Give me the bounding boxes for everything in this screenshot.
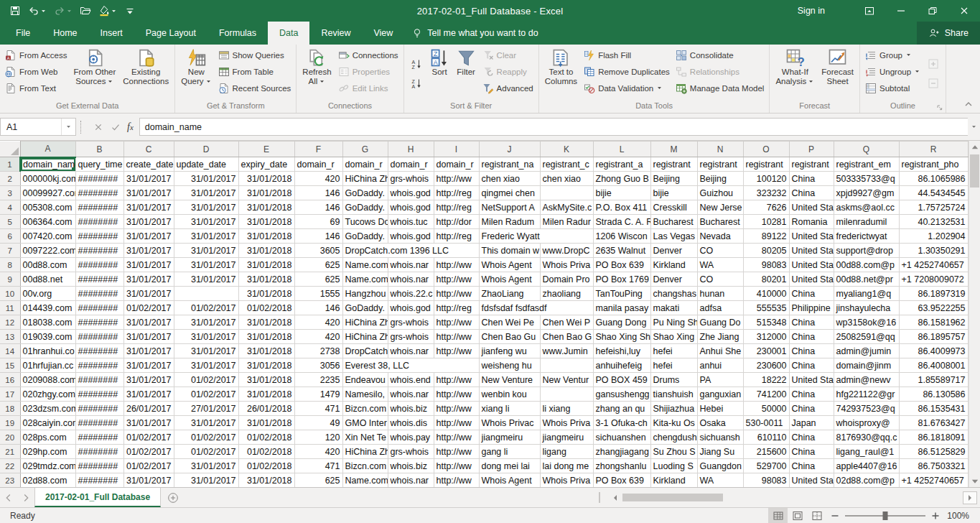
cell-G21[interactable]: HiChina Zh [342,445,388,459]
cell-B7[interactable]: ######## [75,244,123,258]
cell-H2[interactable]: grs-whois [388,172,434,186]
cell-D14[interactable]: 31/01/2017 [174,344,238,358]
cell-N9[interactable]: CO [697,272,743,287]
cell-F14[interactable]: 2738 [294,344,342,358]
cell-A17[interactable]: 020zhgy.com [20,387,75,402]
cell-J12[interactable]: Chen Wei Pe [479,315,540,330]
ribbon-tab-home[interactable]: Home [42,22,88,45]
cell-J6[interactable]: Frederic Wyatt [479,229,593,244]
cell-J9[interactable]: Whois Agent [479,272,540,287]
cell-K14[interactable]: www.Jumin [540,344,593,358]
ribbon-tab-insert[interactable]: Insert [89,22,134,45]
cell-M18[interactable]: Shijiazhua [650,402,697,416]
cell-R19[interactable]: 81.6763427 [899,416,968,430]
cell-C19[interactable]: 31/01/2017 [123,416,174,430]
cell-B2[interactable]: ######## [75,172,123,186]
cell-N15[interactable]: anhui [697,358,743,373]
cell-B18[interactable]: ######## [75,402,123,416]
cell-R17[interactable]: 86.130586 [899,387,968,402]
ungroup-button[interactable]: Ungroup [862,63,923,80]
cell-M1[interactable]: registrant [650,157,697,172]
cell-E13[interactable]: 31/01/2018 [238,330,294,344]
cell-C21[interactable]: 01/02/2017 [123,445,174,459]
cell-J5[interactable]: Milen Radum [479,215,540,229]
cell-M16[interactable]: Drums [650,373,697,387]
cell-I8[interactable]: http://ww [434,258,479,272]
cell-B23[interactable]: ######## [75,473,123,488]
cell-E15[interactable]: 31/01/2018 [238,358,294,373]
cell-D4[interactable]: 31/01/2017 [174,200,238,215]
cell-B17[interactable]: ######## [75,387,123,402]
cell-A15[interactable]: 01hrfujian.cc [20,358,75,373]
row-header-7[interactable]: 7 [0,244,20,258]
cell-G23[interactable]: Name.com [342,473,388,488]
cell-J20[interactable]: jiangmeiru [479,430,540,445]
cell-E21[interactable]: 01/02/2018 [238,445,294,459]
cell-R22[interactable]: 86.7503321 [899,459,968,473]
cell-I11[interactable]: http://reg [434,301,479,315]
row-header-1[interactable]: 1 [0,157,20,172]
cell-B8[interactable]: ######## [75,258,123,272]
cell-R12[interactable]: 86.1581962 [899,315,968,330]
cell-K10[interactable]: zhaoliang [540,287,593,301]
cell-R7[interactable]: 1.30350291 [899,244,968,258]
cell-I12[interactable]: http://ww [434,315,479,330]
cell-N4[interactable]: New Jerse [697,200,743,215]
row-header-15[interactable]: 15 [0,358,20,373]
cell-A18[interactable]: 023dzsm.com [20,402,75,416]
cell-E18[interactable]: 26/01/2018 [238,402,294,416]
cell-K1[interactable]: registrant_c [540,157,593,172]
cell-M9[interactable]: Denver [650,272,697,287]
cell-C2[interactable]: 31/01/2017 [123,172,174,186]
cell-R15[interactable]: 86.4008001 [899,358,968,373]
cell-F21[interactable]: 420 [294,445,342,459]
cell-Q9[interactable]: 00d88.net@pr [834,272,899,287]
cell-F6[interactable]: 146 [294,229,342,244]
row-header-18[interactable]: 18 [0,402,20,416]
cell-L11[interactable]: manila pasay [593,301,650,315]
cell-M8[interactable]: Kirkland [650,258,697,272]
cell-F5[interactable]: 69 [294,215,342,229]
cell-M22[interactable]: Luoding S [650,459,697,473]
cell-B14[interactable]: ######## [75,344,123,358]
group-button[interactable]: Group [862,47,923,63]
cell-D18[interactable]: 27/01/2017 [174,402,238,416]
cell-P12[interactable]: China [789,315,834,330]
cell-B3[interactable]: ######## [75,186,123,200]
cell-N7[interactable]: CO [697,244,743,258]
cell-O17[interactable]: 741200 [743,387,789,402]
cell-L4[interactable]: P.O. Box 411 [593,200,650,215]
row-header-23[interactable]: 23 [0,473,20,488]
cell-F15[interactable]: 3056 [294,358,342,373]
cell-Q11[interactable]: jinshayulecha [834,301,899,315]
cell-L7[interactable]: 2635 Walnut [593,244,650,258]
cell-L14[interactable]: hefeishi,luy [593,344,650,358]
cell-R14[interactable]: 86.4009973 [899,344,968,358]
cell-B11[interactable]: ######## [75,301,123,315]
cell-N19[interactable]: Osaka [697,416,743,430]
cell-R23[interactable]: +1 4252740657 [899,473,968,488]
cell-L16[interactable]: PO BOX 459 [593,373,650,387]
cell-K2[interactable]: chen xiao [540,172,593,186]
cell-L20[interactable]: sichuanshen [593,430,650,445]
from-web-button[interactable]: From Web [2,63,70,80]
sort-a-to-z-button[interactable]: AZ [408,56,425,72]
cell-M14[interactable]: hefei [650,344,697,358]
cell-H12[interactable]: grs-whois [388,315,434,330]
cell-D21[interactable]: 01/02/2017 [174,445,238,459]
customize-qat-button[interactable] [122,3,138,19]
cell-A16[interactable]: 0209088.com [20,373,75,387]
cell-E22[interactable]: 01/02/2018 [238,459,294,473]
cell-A2[interactable]: 000000kj.com [20,172,75,186]
cell-M3[interactable]: bijie [650,186,697,200]
cell-L8[interactable]: PO Box 639 [593,258,650,272]
col-header-L[interactable]: L [593,142,650,157]
cell-J8[interactable]: Whois Agent [479,258,540,272]
cell-R11[interactable]: 63.9522255 [899,301,968,315]
open-button[interactable] [78,3,93,19]
col-header-I[interactable]: I [434,142,479,157]
col-header-K[interactable]: K [540,142,593,157]
cell-P18[interactable]: China [789,402,834,416]
cell-E1[interactable]: expiry_date [238,157,294,172]
cell-O11[interactable]: 555535 [743,301,789,315]
